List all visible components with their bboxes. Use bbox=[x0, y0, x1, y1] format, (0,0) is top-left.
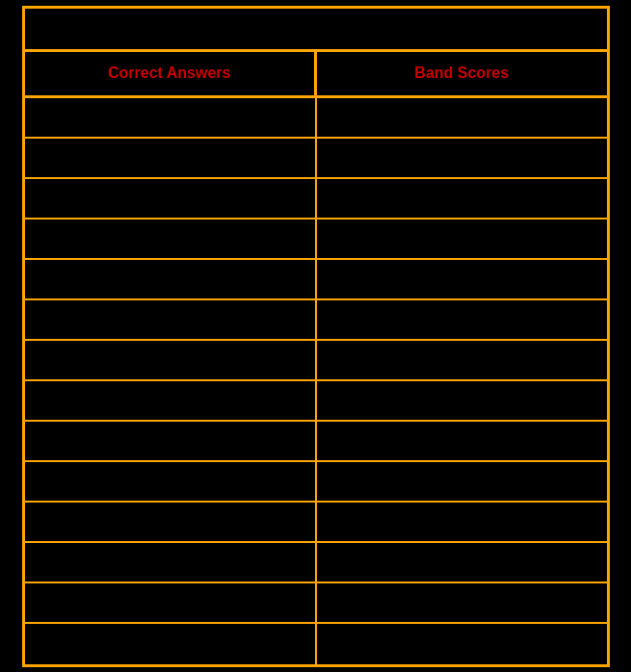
correct-answers-cell bbox=[25, 220, 317, 258]
band-scores-cell bbox=[317, 260, 607, 298]
correct-answers-cell bbox=[25, 583, 317, 622]
table-row bbox=[25, 462, 607, 503]
correct-answers-cell bbox=[25, 98, 317, 137]
table-title-row bbox=[25, 9, 607, 52]
correct-answers-cell bbox=[25, 543, 317, 582]
table-row bbox=[25, 341, 607, 381]
band-scores-cell bbox=[317, 381, 607, 420]
col1-header: Correct Answers bbox=[25, 52, 318, 95]
table-row bbox=[25, 624, 607, 664]
band-scores-cell bbox=[317, 220, 607, 258]
correct-answers-cell bbox=[25, 422, 317, 460]
table-row bbox=[25, 220, 607, 260]
correct-answers-cell bbox=[25, 503, 317, 541]
table-row bbox=[25, 503, 607, 543]
band-scores-cell bbox=[317, 462, 607, 501]
band-scores-cell bbox=[317, 503, 607, 541]
table-row bbox=[25, 98, 607, 139]
table-row bbox=[25, 260, 607, 300]
table-header-row: Correct Answers Band Scores bbox=[25, 52, 607, 98]
table-row bbox=[25, 583, 607, 624]
band-scores-cell bbox=[317, 624, 607, 664]
band-scores-cell bbox=[317, 98, 607, 137]
correct-answers-cell bbox=[25, 139, 317, 177]
col2-header: Band Scores bbox=[317, 52, 607, 95]
correct-answers-cell bbox=[25, 462, 317, 501]
band-scores-cell bbox=[317, 583, 607, 622]
correct-answers-cell bbox=[25, 624, 317, 664]
correct-answers-cell bbox=[25, 179, 317, 218]
band-scores-cell bbox=[317, 422, 607, 460]
correct-answers-cell bbox=[25, 300, 317, 339]
table-row bbox=[25, 139, 607, 179]
table-row bbox=[25, 179, 607, 220]
correct-answers-cell bbox=[25, 341, 317, 379]
scores-table: Correct Answers Band Scores bbox=[22, 6, 610, 667]
band-scores-cell bbox=[317, 139, 607, 177]
table-row bbox=[25, 543, 607, 583]
table-row bbox=[25, 381, 607, 422]
correct-answers-cell bbox=[25, 381, 317, 420]
table-row bbox=[25, 300, 607, 341]
correct-answers-cell bbox=[25, 260, 317, 298]
band-scores-cell bbox=[317, 341, 607, 379]
band-scores-cell bbox=[317, 300, 607, 339]
band-scores-cell bbox=[317, 179, 607, 218]
table-row bbox=[25, 422, 607, 462]
band-scores-cell bbox=[317, 543, 607, 582]
